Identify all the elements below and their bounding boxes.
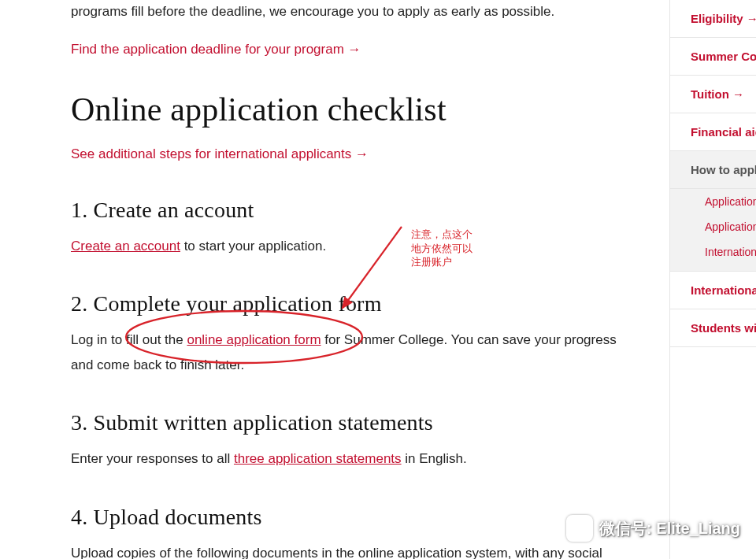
sidebar-sub-application-checklist[interactable]: Application checklist <box>670 189 756 214</box>
step2-heading: 2. Complete your application form <box>71 291 638 317</box>
sidebar-item-financial-aid[interactable]: Financial aid → <box>670 113 756 151</box>
main-content: programs fill before the deadline, we en… <box>0 0 669 559</box>
sidebar-sub-international[interactable]: International applicants <box>670 239 756 265</box>
step3-pre: Enter your responses to all <box>71 451 234 466</box>
step4-body: Upload copies of the following documents… <box>71 541 638 559</box>
sidebar-item-international-students[interactable]: International students → <box>670 272 756 309</box>
step1-heading: 1. Create an account <box>71 198 638 223</box>
watermark-label: 微信号: Elite_Liang <box>599 518 740 539</box>
step2-pre: Log in to fill out the <box>71 332 187 347</box>
sidebar-item-eligibility[interactable]: Eligibility → <box>670 0 756 38</box>
sidebar-item-students-with[interactable]: Students with disabilities → <box>670 309 756 347</box>
sidebar-sub-application-deadlines[interactable]: Application deadlines <box>670 214 756 239</box>
online-application-form-link[interactable]: online application form <box>187 332 321 347</box>
step1-rest: to start your application. <box>180 239 326 254</box>
sidebar-subgroup: Application checklist Application deadli… <box>670 189 756 272</box>
sidebar-item-summer-college[interactable]: Summer College courses → <box>670 38 756 76</box>
step4-heading: 4. Upload documents <box>71 505 638 530</box>
international-steps-link[interactable]: See additional steps for international a… <box>71 146 369 161</box>
sidebar-item-how-to-apply[interactable]: How to apply <box>670 151 756 189</box>
intro-tail-text: programs fill before the deadline, we en… <box>71 2 638 22</box>
watermark: 微信号: Elite_Liang <box>566 515 740 542</box>
three-statements-link[interactable]: three application statements <box>234 451 402 466</box>
step3-post: in English. <box>402 451 467 466</box>
create-account-link[interactable]: Create an account <box>71 239 180 254</box>
annotation-note: 注意，点这个地方依然可以注册账户 <box>411 228 474 269</box>
sidebar-item-tuition[interactable]: Tuition → <box>670 76 756 113</box>
step2-body: Log in to fill out the online applicatio… <box>71 328 638 377</box>
wechat-icon <box>566 515 593 542</box>
step3-body: Enter your responses to all three applic… <box>71 446 638 471</box>
find-deadline-link[interactable]: Find the application deadline for your p… <box>71 42 361 57</box>
step1-body: Create an account to start your applicat… <box>71 234 638 258</box>
page-heading: Online application checklist <box>71 91 638 128</box>
sidebar-nav: Eligibility → Summer College courses → T… <box>669 0 756 559</box>
step3-heading: 3. Submit written application statements <box>71 410 638 435</box>
